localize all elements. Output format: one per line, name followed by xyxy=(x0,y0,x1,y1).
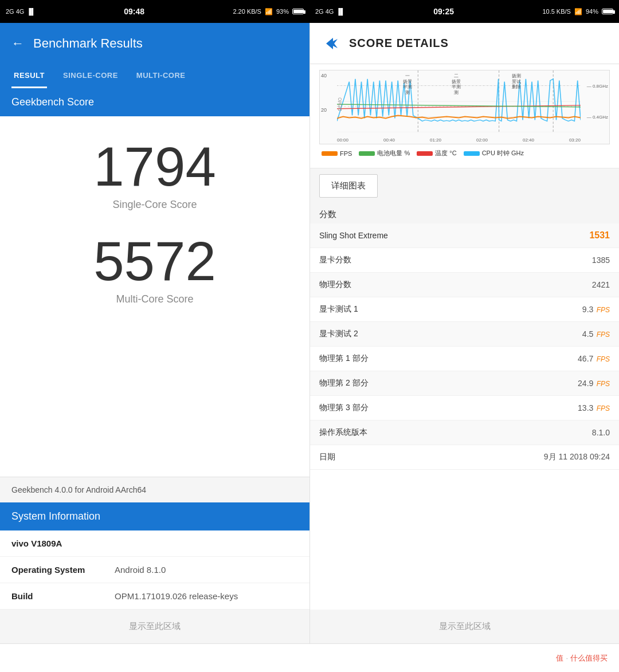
left-time: 09:48 xyxy=(124,7,144,16)
score-row-phys2: 物理第 2 部分 24.9 FPS xyxy=(310,371,619,396)
sys-info-table: vivo V1809A Operating System Android 8.1… xyxy=(0,530,310,610)
physics-key: 物理分数 xyxy=(319,280,351,290)
left-signal-bars: ▐▌ xyxy=(26,8,36,15)
left-panel: ← Benchmark Results RESULT SINGLE-CORE M… xyxy=(0,23,310,643)
os-value: Android 8.1.0 xyxy=(115,565,298,575)
tab-result[interactable]: RESULT xyxy=(11,64,47,88)
right-label-04: — 0.4GHz xyxy=(582,115,608,120)
score-row-gpu-test1: 显卡测试 1 9.3 FPS xyxy=(310,297,619,322)
build-key: Build xyxy=(11,591,115,601)
legend-cpu: CPU 时钟 GHz xyxy=(464,149,524,158)
detail-chart-btn-wrap: 详细图表 xyxy=(319,174,610,198)
legend-fps-label: FPS xyxy=(340,150,352,157)
y-label-20: 20 xyxy=(321,107,336,113)
left-battery-icon xyxy=(292,9,304,14)
gpu-test1-key: 显卡测试 1 xyxy=(319,304,358,315)
right-header-title: SCORE DETAILS xyxy=(349,37,449,50)
left-right-group: 2.20 KB/S 📶 93% xyxy=(233,8,304,15)
physics-val: 2421 xyxy=(592,280,610,289)
chart-x-axis: 00:00 00:40 01:20 02:00 02:40 03:20 xyxy=(337,137,581,143)
gpu-test2-val: 4.5 FPS xyxy=(582,329,610,339)
left-wifi-icon: 📶 xyxy=(265,8,273,15)
legend-cpu-label: CPU 时钟 GHz xyxy=(482,149,524,158)
status-bars: 2G 4G ▐▌ 09:48 2.20 KB/S 📶 93% 2G 4G ▐▌ … xyxy=(0,0,619,23)
left-header: ← Benchmark Results xyxy=(0,23,310,64)
right-status-bar: 2G 4G ▐▌ 09:25 10.5 KB/S 📶 94% xyxy=(310,0,619,23)
x-label-1: 00:40 xyxy=(383,137,395,143)
left-battery-pct: 93% xyxy=(276,8,289,15)
detail-chart-button[interactable]: 详细图表 xyxy=(319,174,378,198)
single-core-score: 1794 xyxy=(93,139,216,194)
score-row-sling-shot: Sling Shot Extreme 1531 xyxy=(310,223,619,248)
geekbench-score-header: Geekbench Score xyxy=(0,88,310,116)
gpu-test2-key: 显卡测试 2 xyxy=(319,329,358,339)
chart-y-axis: 40 20 xyxy=(320,70,337,144)
date-val: 9月 11 2018 09:24 xyxy=(544,452,610,462)
right-time: 09:25 xyxy=(433,7,454,16)
back-button[interactable]: ← xyxy=(11,36,24,51)
build-value: OPM1.171019.026 release-keys xyxy=(115,591,298,601)
single-core-label: Single-Core Score xyxy=(112,199,197,211)
sys-info-header: System Information xyxy=(0,502,310,530)
right-wifi-icon: 📶 xyxy=(574,8,582,15)
left-speed: 2.20 KB/S xyxy=(233,8,261,15)
y-label-40: 40 xyxy=(321,73,336,78)
show-area-left: 显示至此区域 xyxy=(0,610,310,643)
phys2-val: 24.9 FPS xyxy=(578,379,610,388)
right-header: SCORE DETAILS xyxy=(310,23,619,64)
chart-area: 40 20 xyxy=(310,64,619,168)
chart-annotation-1: 一扬景半测测 xyxy=(403,73,412,95)
left-tabs: RESULT SINGLE-CORE MULTI-CORE xyxy=(0,64,310,88)
chart-container: 40 20 xyxy=(319,70,610,144)
score-row-os-ver: 操作系统版本 8.1.0 xyxy=(310,421,619,445)
gpu-score-key: 显卡分数 xyxy=(319,255,351,265)
chart-annotation-2: 二扬景半测测 xyxy=(452,73,461,95)
left-signal: 2G 4G ▐▌ xyxy=(6,8,36,15)
bottom-bar: 值 · 什么值得买 xyxy=(0,643,619,672)
score-details-logo xyxy=(322,33,342,54)
score-row-date: 日期 9月 11 2018 09:24 xyxy=(310,445,619,470)
sling-shot-val: 1531 xyxy=(589,230,610,241)
score-row-physics: 物理分数 2421 xyxy=(310,273,619,297)
gpu-score-val: 1385 xyxy=(592,256,610,265)
os-row: Operating System Android 8.1.0 xyxy=(0,557,310,583)
score-row-gpu-score: 显卡分数 1385 xyxy=(310,248,619,273)
chart-right-labels: — 0.8GHz — 0.4GHz xyxy=(582,70,608,132)
os-ver-key: 操作系统版本 xyxy=(319,427,367,438)
left-status-bar: 2G 4G ▐▌ 09:48 2.20 KB/S 📶 93% xyxy=(0,0,310,23)
multi-core-label: Multi-Core Score xyxy=(116,293,193,305)
right-panel: SCORE DETAILS 40 20 xyxy=(310,23,619,643)
left-panel-title: Benchmark Results xyxy=(33,36,143,51)
platform-info: Geekbench 4.0.0 for Android AArch64 xyxy=(0,477,310,502)
phys1-val: 46.7 FPS xyxy=(578,354,610,363)
x-label-3: 02:00 xyxy=(476,137,488,143)
tab-multi-core[interactable]: MULTI-CORE xyxy=(134,64,188,88)
right-network: 2G 4G xyxy=(315,8,334,15)
left-network: 2G 4G xyxy=(6,8,24,15)
watermark-text: · xyxy=(566,654,568,662)
phys1-key: 物理第 1 部分 xyxy=(319,353,369,364)
x-label-5: 03:20 xyxy=(569,137,581,143)
legend-battery: 电池电量 % xyxy=(359,149,410,158)
right-battery-pct: 94% xyxy=(586,8,598,15)
right-right-group: 10.5 KB/S 📶 94% xyxy=(542,8,613,15)
build-row: Build OPM1.171019.026 release-keys xyxy=(0,583,310,610)
scores-section-label: 分数 xyxy=(310,203,619,223)
x-label-4: 02:40 xyxy=(523,137,534,143)
watermark: 值 · 什么值得买 xyxy=(556,653,608,663)
legend-battery-color xyxy=(359,151,375,156)
chart-annotation-3: 扬测景试删除 xyxy=(512,73,521,90)
phys3-key: 物理第 3 部分 xyxy=(319,403,369,413)
legend-temp-label: 温度 °C xyxy=(435,149,456,158)
score-row-gpu-test2: 显卡测试 2 4.5 FPS xyxy=(310,322,619,347)
legend-temp-color xyxy=(417,151,433,156)
tab-single-core[interactable]: SINGLE-CORE xyxy=(61,64,120,88)
sling-shot-key: Sling Shot Extreme xyxy=(319,231,388,240)
os-key: Operating System xyxy=(11,565,115,575)
watermark-site: 什么值得买 xyxy=(570,653,608,663)
legend-fps: FPS xyxy=(322,150,352,157)
legend-battery-label: 电池电量 % xyxy=(377,149,410,158)
score-row-phys1: 物理第 1 部分 46.7 FPS xyxy=(310,347,619,371)
legend-cpu-color xyxy=(464,151,480,156)
x-label-0: 00:00 xyxy=(337,137,348,143)
